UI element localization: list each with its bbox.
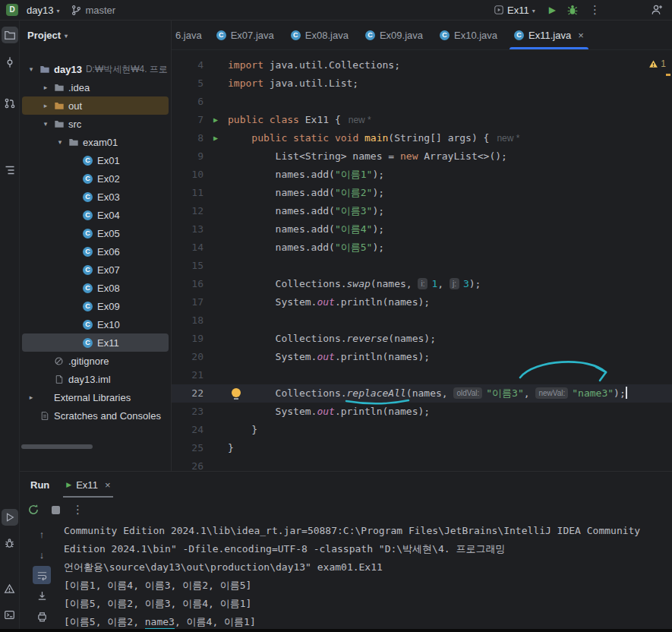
title-bar: D day13 ▾ master Ex11 ▾ ▶ <box>0 0 672 21</box>
code-line-9[interactable]: 9 List<String> names = new ArrayList<>()… <box>172 147 672 166</box>
editor-tab-ex10-java[interactable]: CEx10.java <box>431 21 506 49</box>
error-stripe-mark[interactable] <box>666 74 670 76</box>
more-actions-button[interactable]: ⋮ <box>589 5 601 15</box>
code-line-10[interactable]: 10 names.add("이름1"); <box>172 166 672 184</box>
tree-item-out[interactable]: ▸out <box>22 96 169 115</box>
rerun-icon <box>27 504 39 516</box>
tree-item-scratches-and-consoles[interactable]: Scratches and Consoles <box>22 406 169 425</box>
code-line-15[interactable]: 15 <box>172 257 672 275</box>
debug-button[interactable] <box>566 4 579 16</box>
console-more-button[interactable]: ⋮ <box>72 504 84 515</box>
rerun-button[interactable] <box>27 504 39 516</box>
terminal-toolwindow-button[interactable] <box>2 606 18 623</box>
run-line-icon[interactable]: ▶ <box>213 111 218 129</box>
run-tab-ex11[interactable]: ▶ Ex11 × <box>63 472 113 498</box>
code-line-23[interactable]: 23 System.out.println(names); <box>172 403 672 421</box>
commit-toolwindow-button[interactable] <box>2 54 18 71</box>
code-line-22[interactable]: 22 Collections.replaceAll(names, oldVal:… <box>172 384 672 403</box>
code-line-25[interactable]: 25} <box>172 439 672 457</box>
tree-item-ex10[interactable]: CEx10 <box>22 315 169 333</box>
tree-item-ex09[interactable]: CEx09 <box>22 297 169 315</box>
code-line-21[interactable]: 21 <box>172 366 672 384</box>
chevron-down-icon[interactable]: ▾ <box>55 138 65 146</box>
editor-tab-ex11-java[interactable]: CEx11.java× <box>506 21 592 49</box>
editor-tab-ex08-java[interactable]: CEx08.java <box>282 21 357 49</box>
tree-item-day13-iml[interactable]: day13.iml <box>22 370 169 388</box>
run-console-output[interactable]: Community Edition 2024.1\lib\idea_rt.jar… <box>64 522 672 632</box>
tree-item-idea[interactable]: ▸.idea <box>22 78 169 96</box>
pull-requests-toolwindow-button[interactable] <box>2 95 18 112</box>
chevron-down-icon[interactable]: ▾ <box>41 120 50 128</box>
close-icon[interactable]: × <box>578 30 584 41</box>
code-line-7[interactable]: 7▶public class Ex11 {new * <box>172 111 672 129</box>
code-text: names.add("이름4"); <box>228 220 672 239</box>
run-config-selector[interactable]: Ex11 ▾ <box>491 3 538 17</box>
tree-item-ex07[interactable]: CEx07 <box>22 261 169 279</box>
code-line-20[interactable]: 20 System.out.println(names); <box>172 348 672 366</box>
tree-item-ex11[interactable]: CEx11 <box>22 333 169 352</box>
editor-tab-ex07-java[interactable]: CEx07.java <box>208 21 282 49</box>
chevron-right-icon[interactable]: ▸ <box>41 84 50 91</box>
tree-item-exam01[interactable]: ▾exam01 <box>22 133 169 151</box>
run-line-icon[interactable]: ▶ <box>213 129 218 147</box>
horizontal-scrollbar[interactable] <box>21 444 93 449</box>
stop-button[interactable] <box>52 506 60 514</box>
code-editor[interactable]: 4import java.util.Collections;5import ja… <box>172 50 672 471</box>
code-text: names.add("이름2"); <box>228 184 672 202</box>
code-line-4[interactable]: 4import java.util.Collections; <box>172 56 672 74</box>
tree-item-external-libraries[interactable]: ▸External Libraries <box>22 388 169 406</box>
console-line-3: 언어활용\source\day13\out\production\day13" … <box>64 558 672 577</box>
tree-item-gitignore[interactable]: .gitignore <box>22 352 169 370</box>
debug-toolwindow-button[interactable] <box>2 535 18 551</box>
run-toolwindow-button[interactable] <box>2 509 18 526</box>
code-token: main <box>364 132 388 144</box>
down-stacktrace-button[interactable]: ↓ <box>33 545 51 564</box>
scroll-to-end-button[interactable] <box>33 586 51 605</box>
tree-item-src[interactable]: ▾src <box>22 115 169 133</box>
code-line-13[interactable]: 13 names.add("이름4"); <box>172 220 672 239</box>
code-line-18[interactable]: 18 <box>172 311 672 330</box>
chevron-down-icon[interactable]: ▾ <box>27 65 36 73</box>
project-toolwindow-button[interactable] <box>2 27 18 43</box>
tree-item-day13[interactable]: ▾day13D:₩박세현₩4. 프로 <box>22 60 169 78</box>
code-line-26[interactable]: 26 <box>172 457 672 471</box>
code-line-16[interactable]: 16 Collections.swap(names, i:1, j:3); <box>172 275 672 293</box>
inspections-widget[interactable]: 1 <box>648 58 666 69</box>
code-token: .println(names); <box>335 406 430 417</box>
tree-item-ex06[interactable]: CEx06 <box>22 242 169 261</box>
tree-item-ex02[interactable]: CEx02 <box>22 169 169 188</box>
editor-tab-6-java[interactable]: 6.java <box>173 21 208 49</box>
tree-item-ex05[interactable]: CEx05 <box>22 224 169 242</box>
tree-item-ex03[interactable]: CEx03 <box>22 188 169 206</box>
code-token: replaceAll <box>347 387 406 399</box>
intention-bulb-icon[interactable] <box>232 388 241 397</box>
tree-item-ex04[interactable]: CEx04 <box>22 206 169 224</box>
code-line-24[interactable]: 24 } <box>172 421 672 439</box>
code-line-12[interactable]: 12 names.add("이름3"); <box>172 202 672 220</box>
code-line-5[interactable]: 5import java.util.List; <box>172 74 672 93</box>
tree-item-ex01[interactable]: CEx01 <box>22 151 169 169</box>
run-gutter[interactable]: ▶ <box>203 129 228 147</box>
run-button[interactable]: ▶ <box>549 5 556 15</box>
code-line-17[interactable]: 17 System.out.println(names); <box>172 293 672 311</box>
code-line-11[interactable]: 11 names.add("이름2"); <box>172 184 672 202</box>
code-line-8[interactable]: 8▶ public static void main(String[] args… <box>172 129 672 147</box>
structure-toolwindow-button[interactable] <box>2 162 18 179</box>
chevron-right-icon[interactable]: ▸ <box>27 393 36 401</box>
tree-item-ex08[interactable]: CEx08 <box>22 279 169 297</box>
project-panel-header[interactable]: Project ▾ <box>20 21 171 49</box>
print-button[interactable] <box>33 607 51 625</box>
code-with-me-button[interactable] <box>651 4 663 16</box>
git-branch-widget[interactable]: master <box>68 3 118 17</box>
code-line-6[interactable]: 6 <box>172 93 672 111</box>
problems-toolwindow-button[interactable] <box>2 580 18 597</box>
code-line-14[interactable]: 14 names.add("이름5"); <box>172 239 672 257</box>
soft-wrap-button[interactable] <box>33 566 51 584</box>
close-icon[interactable]: × <box>105 479 111 491</box>
chevron-right-icon[interactable]: ▸ <box>41 102 50 109</box>
project-selector[interactable]: day13 ▾ <box>24 3 62 17</box>
code-line-19[interactable]: 19 Collections.reverse(names); <box>172 330 672 348</box>
editor-tab-ex09-java[interactable]: CEx09.java <box>357 21 431 49</box>
run-gutter[interactable]: ▶ <box>203 111 228 129</box>
up-stacktrace-button[interactable]: ↑ <box>33 525 51 543</box>
